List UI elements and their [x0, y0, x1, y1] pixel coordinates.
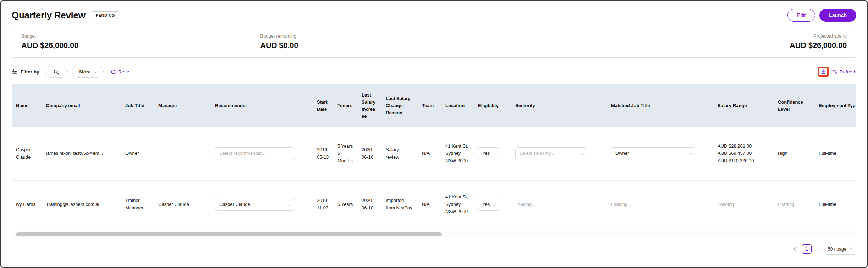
- cell-seniority: Select seniority...: [511, 127, 607, 180]
- page-size-select[interactable]: 50 / page: [824, 244, 856, 255]
- header-seniority: Seniority: [511, 84, 607, 127]
- cell-eligibility: Yes: [474, 127, 511, 180]
- cell-company-email: james.nixon+test65c@em...: [42, 127, 121, 180]
- cell-tenure: 5 Years 5 Months: [333, 127, 357, 180]
- projected-spend: Projected spend AUD $26,000.00: [790, 33, 847, 50]
- status-badge: PENDING: [92, 11, 119, 19]
- chevron-down-icon: [493, 202, 497, 206]
- chevron-left-icon: [794, 247, 797, 251]
- cell-last-salary-change-reason: Imported from KeyPay: [381, 180, 418, 229]
- header-manager: Manager: [154, 84, 211, 127]
- matched-job-title-select-value: Owner: [615, 150, 629, 157]
- app-window: Quarterly Review PENDING Edit Launch Bud…: [0, 0, 868, 268]
- budget-total-value: AUD $26,000.00: [21, 41, 78, 50]
- refresh-link-label: Refresh: [840, 69, 856, 75]
- launch-button[interactable]: Launch: [819, 9, 856, 22]
- cell-eligibility: Yes: [474, 180, 511, 229]
- recommender-select-value: Casper Claude: [219, 201, 250, 208]
- recommender-select[interactable]: Casper Claude: [215, 198, 295, 211]
- cell-matched-job-title: Loading...: [607, 180, 713, 229]
- filter-sliders-icon: [12, 69, 17, 74]
- salary-range-mid: AUD $69,457.00: [718, 150, 769, 157]
- header-company-email: Company email: [42, 84, 121, 127]
- cell-job-title: Owner: [121, 127, 154, 180]
- cell-salary-range: AUD $28,201.00 AUD $69,457.00 AUD $110,2…: [713, 127, 774, 180]
- chevron-down-icon: [690, 151, 693, 155]
- cell-employment-type: Full-time: [814, 180, 856, 229]
- more-button-label: More: [79, 69, 91, 75]
- eligibility-select[interactable]: Yes: [478, 147, 500, 160]
- cell-confidence-level: High: [774, 127, 814, 180]
- budget-remaining-label: Budget remaining: [260, 33, 298, 39]
- search-icon: [54, 69, 59, 75]
- budget-total: Budget AUD $26,000.00: [21, 33, 78, 50]
- cell-matched-job-title: Owner: [607, 127, 713, 180]
- header-start-date: Start Date: [313, 84, 333, 127]
- header-salary-range: Salary Range: [713, 84, 774, 127]
- matched-job-title-select[interactable]: Owner: [611, 147, 696, 160]
- seniority-select-placeholder: Select seniority...: [520, 150, 554, 157]
- projected-spend-label: Projected spend: [790, 33, 847, 39]
- eligibility-select[interactable]: Yes: [478, 198, 500, 211]
- filter-toolbar: Filter by More Reset: [12, 65, 856, 79]
- budget-remaining-value: AUD $0.00: [260, 41, 298, 50]
- pagination: 1 50 / page: [12, 244, 856, 255]
- previous-page-button[interactable]: [793, 246, 798, 252]
- seniority-select[interactable]: Select seniority...: [515, 147, 587, 160]
- chevron-down-icon: [581, 151, 584, 155]
- cell-confidence-level: Loading...: [774, 180, 814, 229]
- download-icon: [820, 69, 826, 75]
- header-last-salary-change-reason: Last Salary Change Reason: [381, 84, 418, 127]
- edit-button[interactable]: Edit: [787, 9, 815, 22]
- budget-summary: Budget AUD $26,000.00 Budget remaining A…: [12, 27, 856, 58]
- page-size-select-value: 50 / page: [828, 247, 846, 252]
- header-tenure: Tenure: [333, 84, 357, 127]
- cell-seniority: Loading...: [511, 180, 607, 229]
- horizontal-scrollbar-thumb[interactable]: [16, 232, 442, 236]
- reset-filters-link[interactable]: Reset: [111, 69, 131, 75]
- chevron-down-icon: [288, 151, 292, 155]
- search-button[interactable]: [45, 66, 68, 78]
- cell-start-date: 2019-05-13: [313, 127, 333, 180]
- table-header-row: Name Company email Job Title Manager Rec…: [12, 84, 856, 127]
- chevron-down-icon: [493, 151, 497, 155]
- salary-range-max: AUD $110,226.00: [718, 157, 769, 165]
- footer-divider: [12, 239, 856, 239]
- eligibility-select-value: Yes: [482, 150, 490, 157]
- cell-manager: Casper Claude: [154, 180, 211, 229]
- header-recommender: Recommender: [211, 84, 313, 127]
- cell-last-salary-increase: 2020-06-10: [357, 180, 381, 229]
- employees-table: Name Company email Job Title Manager Rec…: [12, 84, 856, 229]
- filter-by-label: Filter by: [21, 69, 39, 75]
- current-page-button[interactable]: 1: [802, 244, 812, 254]
- refresh-link[interactable]: Refresh: [832, 69, 856, 75]
- annotation-highlight-box: [818, 67, 829, 77]
- cell-manager: [154, 127, 211, 180]
- recommender-select-placeholder: Select recommender...: [219, 150, 265, 157]
- projected-spend-value: AUD $26,000.00: [790, 41, 847, 50]
- cell-job-title: Trainer Manager: [121, 180, 154, 229]
- cell-last-salary-change-reason: Salary review: [381, 127, 418, 180]
- download-button[interactable]: [820, 69, 826, 75]
- cell-last-salary-increase: 2020-06-10: [357, 127, 381, 180]
- cell-location: 41 Kent St, Sydney NSW 2000: [441, 127, 474, 180]
- reset-circular-arrow-icon: [111, 69, 116, 75]
- chevron-down-icon: [850, 247, 853, 250]
- table-row: Ivy Harris Training@Caspers.com.au Train…: [12, 180, 856, 229]
- next-page-button[interactable]: [815, 246, 820, 252]
- more-filters-button[interactable]: More: [72, 66, 104, 78]
- chevron-down-icon: [94, 70, 97, 73]
- cell-employment-type: Full-time: [814, 127, 856, 180]
- chevron-right-icon: [816, 247, 819, 251]
- header-last-salary-increase: Last Salary Increase: [357, 84, 381, 127]
- header-team: Team: [418, 84, 441, 127]
- table-row: Casper Claude james.nixon+test65c@em... …: [12, 127, 856, 180]
- cell-name: Casper Claude: [12, 127, 42, 180]
- horizontal-scrollbar: [12, 231, 856, 237]
- header-matched-job-title: Matched Job Title: [607, 84, 713, 127]
- recommender-select[interactable]: Select recommender...: [215, 147, 295, 160]
- cell-tenure: 5 Years: [333, 180, 357, 229]
- reset-link-label: Reset: [118, 69, 131, 75]
- header-location: Location: [441, 84, 474, 127]
- header-name: Name: [12, 84, 42, 127]
